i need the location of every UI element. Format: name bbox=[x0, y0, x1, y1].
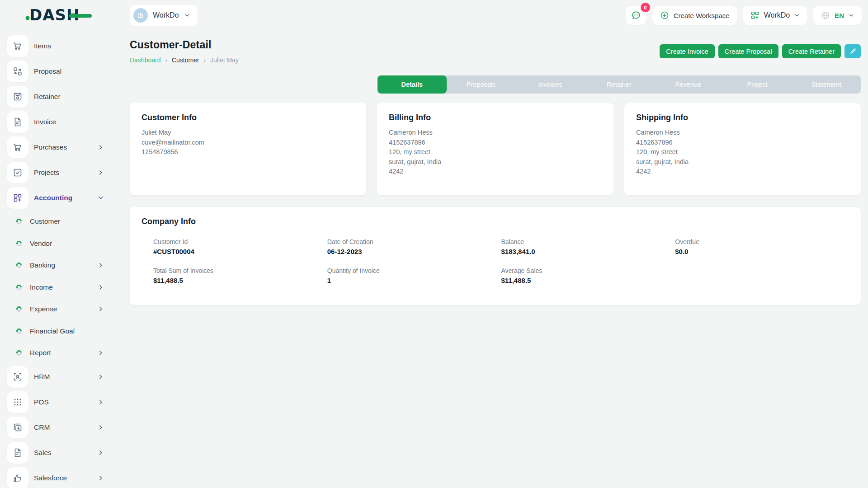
create-retainer-button[interactable]: Create Retainer bbox=[782, 44, 841, 58]
create-invoice-button[interactable]: Create Invoice bbox=[660, 44, 715, 58]
sidebar-item-banking[interactable]: Banking bbox=[0, 254, 118, 277]
tab-statement[interactable]: Statement bbox=[792, 75, 861, 94]
language-code: EN bbox=[835, 12, 844, 19]
sidebar-item-label: Retainer bbox=[34, 93, 61, 101]
company-field-customer-id: Customer Id#CUST00004 bbox=[153, 238, 327, 255]
messages-button[interactable]: 0 bbox=[626, 6, 646, 25]
sidebar-item-label: HRM bbox=[34, 373, 50, 381]
field-label: Balance bbox=[501, 238, 675, 245]
sidebar-item-invoice[interactable]: Invoice bbox=[0, 109, 118, 135]
field-value: 1 bbox=[327, 277, 501, 284]
field-label: Overdue bbox=[675, 238, 849, 245]
sidebar-item-expense[interactable]: Expense bbox=[0, 298, 118, 320]
detail-tabs: DetailsProposalsInvoicesRetainerRevenueP… bbox=[377, 75, 861, 94]
billing-info-line: surat, gujrat, India bbox=[389, 157, 602, 167]
sidebar-item-items[interactable]: Items bbox=[0, 33, 118, 59]
shipping-info-line: Cameron Hess bbox=[636, 128, 849, 138]
chevron-down-icon bbox=[98, 195, 104, 201]
company-field-average-sales: Average Sales$11,488.5 bbox=[501, 267, 675, 284]
sidebar-item-label: CRM bbox=[34, 423, 50, 432]
chevron-right-icon bbox=[98, 144, 104, 150]
breadcrumb-current: Juliet May bbox=[210, 56, 239, 64]
file-icon bbox=[7, 442, 28, 464]
page-actions: Create Invoice Create Proposal Create Re… bbox=[660, 44, 861, 58]
topbar-right-group: 0 Create Workspace WorkDo bbox=[626, 6, 862, 25]
chevron-right-icon bbox=[98, 374, 104, 380]
sidebar-item-label: Report bbox=[30, 349, 51, 357]
sidebar-item-accounting[interactable]: Accounting bbox=[0, 185, 118, 211]
company-info-card: Company Info Customer Id#CUST00004Date o… bbox=[130, 207, 861, 305]
sidebar-item-label: Sales bbox=[34, 449, 52, 457]
chevron-right-icon bbox=[98, 306, 104, 312]
create-workspace-button[interactable]: Create Workspace bbox=[652, 6, 737, 25]
create-proposal-button[interactable]: Create Proposal bbox=[718, 44, 778, 58]
workspace-name: WorkDo bbox=[153, 11, 179, 19]
sidebar-item-pos[interactable]: POS bbox=[0, 389, 118, 415]
language-selector[interactable]: EN bbox=[813, 6, 862, 25]
company-field-balance: Balance$183,841.0 bbox=[501, 238, 675, 255]
tab-revenue[interactable]: Revenue bbox=[654, 75, 723, 94]
shipping-info-line: surat, gujrat, India bbox=[636, 157, 849, 167]
building-icon bbox=[137, 12, 144, 19]
breadcrumb-customer-link[interactable]: Customer bbox=[172, 56, 199, 64]
sidebar-item-label: Items bbox=[34, 42, 51, 50]
field-value: #CUST00004 bbox=[153, 248, 327, 255]
field-label: Customer Id bbox=[153, 238, 327, 245]
sidebar-item-label: Expense bbox=[30, 305, 57, 313]
brand-logo[interactable]: DASH bbox=[25, 5, 93, 25]
customer-info-line: cuve@mailinator.com bbox=[142, 138, 354, 148]
tab-invoices[interactable]: Invoices bbox=[515, 75, 585, 94]
customer-info-line: 1254879856 bbox=[142, 147, 354, 157]
company-field-quantity-of-invoice: Quantity of Invoice1 bbox=[327, 267, 501, 284]
grid-plus-icon bbox=[7, 187, 28, 209]
dots-grid-icon bbox=[7, 391, 28, 413]
sidebar-item-label: Income bbox=[30, 283, 53, 291]
submenu-bullet-icon bbox=[15, 305, 23, 313]
sidebar-item-sales[interactable]: Sales bbox=[0, 440, 118, 465]
tab-details[interactable]: Details bbox=[377, 75, 447, 94]
breadcrumb: Dashboard › Customer › Juliet May bbox=[130, 56, 239, 64]
sidebar-item-report[interactable]: Report bbox=[0, 342, 118, 364]
workspace-selector[interactable]: WorkDo bbox=[130, 5, 198, 26]
chevron-right-icon bbox=[98, 169, 104, 176]
sidebar-item-hrm[interactable]: HRM bbox=[0, 364, 118, 389]
sidebar-item-salesforce[interactable]: Salesforce bbox=[0, 465, 118, 488]
page-title: Customer-Detail bbox=[130, 39, 239, 51]
workdo-app-menu[interactable]: WorkDo bbox=[743, 6, 808, 25]
sidebar-item-label: Banking bbox=[30, 261, 55, 269]
billing-info-line: Cameron Hess bbox=[389, 128, 602, 138]
sidebar-item-purchases[interactable]: Purchases bbox=[0, 135, 118, 160]
billing-info-line: 4242 bbox=[389, 167, 602, 177]
sidebar-item-customer[interactable]: Customer bbox=[0, 211, 118, 233]
info-cards-row: Customer InfoJuliet Maycuve@mailinator.c… bbox=[130, 103, 861, 195]
submenu-bullet-icon bbox=[15, 327, 23, 335]
sidebar-item-income[interactable]: Income bbox=[0, 277, 118, 299]
tab-proposals[interactable]: Proposals bbox=[447, 75, 516, 94]
submenu-bullet-icon bbox=[15, 218, 23, 225]
sidebar-item-projects[interactable]: Projects bbox=[0, 160, 118, 185]
tab-project[interactable]: Project bbox=[723, 75, 792, 94]
billing-info-line: 120, my street bbox=[389, 147, 602, 157]
chevron-right-icon bbox=[98, 475, 104, 481]
customer-info-line: Juliet May bbox=[142, 128, 354, 138]
field-value: $11,488.5 bbox=[153, 277, 327, 284]
customer-info-title: Customer Info bbox=[142, 113, 354, 122]
tab-retainer[interactable]: Retainer bbox=[585, 75, 654, 94]
submenu-bullet-icon bbox=[15, 349, 23, 357]
check-square-icon bbox=[7, 162, 28, 183]
sidebar-item-financial-goal[interactable]: Financial Goal bbox=[0, 320, 118, 343]
topbar: DASH WorkDo 0 Create bbox=[0, 0, 868, 28]
sidebar-item-crm[interactable]: CRM bbox=[0, 415, 118, 440]
chevron-right-icon bbox=[98, 424, 104, 431]
chevron-right-icon bbox=[98, 262, 104, 268]
edit-customer-button[interactable] bbox=[844, 44, 861, 58]
sidebar-item-vendor[interactable]: Vendor bbox=[0, 233, 118, 255]
sidebar-item-label: Purchases bbox=[34, 143, 67, 151]
workspace-avatar bbox=[133, 8, 148, 23]
sidebar: ItemsProposalRetainerInvoicePurchasesPro… bbox=[0, 28, 118, 488]
sidebar-item-retainer[interactable]: Retainer bbox=[0, 84, 118, 109]
breadcrumb-dashboard-link[interactable]: Dashboard bbox=[130, 56, 161, 64]
swap-squares-icon bbox=[7, 61, 28, 82]
sidebar-item-proposal[interactable]: Proposal bbox=[0, 59, 118, 84]
user-focus-icon bbox=[7, 366, 28, 388]
